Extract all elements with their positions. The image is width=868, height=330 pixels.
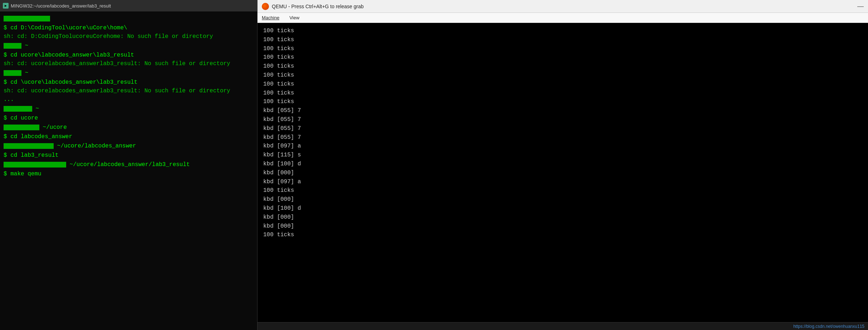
qemu-line: 100 ticks — [263, 62, 862, 71]
minimize-button[interactable]: — — [857, 3, 864, 10]
term-section-10: $ cd labcodes_answer — [4, 132, 254, 141]
term-cmd: $ cd lab3_result — [4, 151, 254, 160]
qemu-line: kbd [000] — [263, 195, 862, 204]
qemu-line: kbd [100] d — [263, 160, 862, 169]
qemu-line: kbd [000] — [263, 222, 862, 231]
titlebar-left: QEMU - Press Ctrl+Alt+G to release grab — [262, 3, 364, 10]
right-qemu-panel: QEMU - Press Ctrl+Alt+G to release grab … — [258, 0, 868, 330]
term-section-5: ~ — [4, 69, 254, 77]
qemu-line: kbd [055] 7 — [263, 106, 862, 115]
term-cmd: $ cd ucore\labcodes_answer\lab3_result — [4, 51, 254, 59]
term-section-8: $ cd ucore — [4, 114, 254, 122]
term-line: ~ — [4, 105, 254, 113]
left-terminal-panel: ▶ MINGW32:~/ucore/labcodes_answer/lab3_r… — [0, 0, 258, 330]
qemu-title: QEMU - Press Ctrl+Alt+G to release grab — [272, 4, 364, 9]
qemu-line: kbd [055] 7 — [263, 115, 862, 124]
qemu-line: 100 ticks — [263, 186, 862, 195]
qemu-line: 100 ticks — [263, 80, 862, 89]
qemu-line: kbd [055] 7 — [263, 133, 862, 142]
qemu-line: 100 ticks — [263, 35, 862, 44]
qemu-line: kbd [055] 7 — [263, 124, 862, 133]
term-section-13: ~/ucore/labcodes_answer/lab3_result — [4, 160, 254, 169]
mingw-icon: ▶ — [3, 3, 9, 9]
term-line: ~ — [4, 69, 254, 77]
term-section-2: $ cd D:\CodingTool\ucore\uCore\home\ sh:… — [4, 24, 254, 41]
term-section-9: ~/ucore — [4, 123, 254, 132]
qemu-line: 100 ticks — [263, 44, 862, 53]
qemu-line: 100 ticks — [263, 89, 862, 98]
term-line: ~/ucore — [4, 123, 254, 132]
menu-view[interactable]: View — [288, 14, 301, 21]
term-line: ... — [4, 95, 254, 104]
qemu-line: kbd [097] a — [263, 178, 862, 186]
menu-machine[interactable]: Machine — [260, 14, 281, 21]
right-menubar: Machine View — [258, 13, 868, 23]
term-section-3: ~ — [4, 42, 254, 50]
footer-link: https://blog.csdn.net/owenhuanxu115 — [793, 324, 864, 329]
left-title: MINGW32:~/ucore/labcodes_answer/lab3_res… — [11, 3, 111, 9]
term-line — [4, 14, 254, 23]
qemu-icon — [262, 3, 269, 10]
term-section-6: $ cd \ucore\labcodes_answer\lab3_result … — [4, 78, 254, 104]
term-section-14: $ make qemu — [4, 170, 254, 178]
qemu-line: kbd [115] s — [263, 151, 862, 160]
term-section-1 — [4, 14, 254, 23]
qemu-line: kbd [000] — [263, 213, 862, 222]
qemu-line: kbd [000] — [263, 169, 862, 178]
term-section-4: $ cd ucore\labcodes_answer\lab3_result s… — [4, 51, 254, 68]
left-terminal-content[interactable]: $ cd D:\CodingTool\ucore\uCore\home\ sh:… — [0, 11, 257, 330]
qemu-terminal-content[interactable]: 100 ticks 100 ticks 100 ticks 100 ticks … — [258, 23, 868, 322]
term-error: sh: cd: D:CodingToolucoreuCorehome: No s… — [4, 32, 254, 41]
qemu-line: 100 ticks — [263, 97, 862, 106]
term-line: ~/ucore/labcodes_answer — [4, 142, 254, 150]
term-section-7: ~ — [4, 105, 254, 113]
term-error: sh: cd: ucorelabcodes_answerlab3_result:… — [4, 59, 254, 68]
qemu-line: 100 ticks — [263, 26, 862, 35]
term-error: sh: cd: ucorelabcodes_answerlab3_result:… — [4, 87, 254, 95]
right-footer: https://blog.csdn.net/owenhuanxu115 — [258, 322, 868, 330]
term-cmd: $ cd \ucore\labcodes_answer\lab3_result — [4, 78, 254, 87]
qemu-line: kbd [100] d — [263, 204, 862, 213]
term-cmd: $ cd labcodes_answer — [4, 132, 254, 141]
term-line: ~/ucore/labcodes_answer/lab3_result — [4, 160, 254, 169]
term-section-12: $ cd lab3_result — [4, 151, 254, 160]
term-section-11: ~/ucore/labcodes_answer — [4, 142, 254, 150]
qemu-line: kbd [097] a — [263, 142, 862, 151]
qemu-line: 100 ticks — [263, 71, 862, 80]
qemu-line: 100 ticks — [263, 230, 862, 239]
term-line: ~ — [4, 42, 254, 50]
qemu-line: 100 ticks — [263, 53, 862, 62]
term-cmd: $ cd ucore — [4, 114, 254, 122]
term-cmd: $ cd D:\CodingTool\ucore\uCore\home\ — [4, 24, 254, 32]
term-cmd: $ make qemu — [4, 170, 254, 178]
right-titlebar: QEMU - Press Ctrl+Alt+G to release grab … — [258, 0, 868, 13]
left-titlebar: ▶ MINGW32:~/ucore/labcodes_answer/lab3_r… — [0, 0, 257, 11]
